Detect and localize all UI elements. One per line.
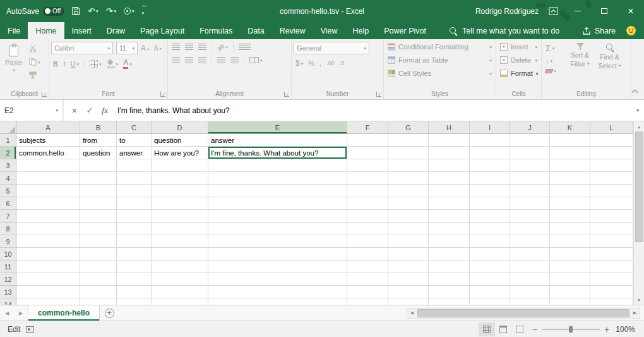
- cell-K6[interactable]: [550, 197, 590, 210]
- cell-E1[interactable]: answer: [208, 134, 347, 147]
- row-header-10[interactable]: 10: [0, 248, 16, 260]
- cell-B7[interactable]: [80, 210, 117, 223]
- tab-file[interactable]: File: [0, 22, 28, 39]
- align-left-button[interactable]: [170, 56, 182, 65]
- wrap-text-button[interactable]: [237, 42, 253, 52]
- find-select-button[interactable]: Find & Select: [595, 42, 624, 89]
- cell-I9[interactable]: [470, 235, 510, 248]
- cell-L12[interactable]: [590, 273, 633, 286]
- column-header-L[interactable]: L: [590, 121, 633, 134]
- clipboard-dialog-launcher[interactable]: [42, 92, 47, 97]
- cell-E11[interactable]: [208, 260, 347, 273]
- scroll-down-arrow[interactable]: [635, 295, 644, 304]
- cell-I12[interactable]: [470, 273, 510, 286]
- cell-B2[interactable]: question: [80, 147, 117, 159]
- scroll-left-arrow[interactable]: [407, 309, 417, 317]
- decrease-decimal-button[interactable]: .0: [338, 59, 347, 68]
- tab-power-pivot[interactable]: Power Pivot: [376, 22, 434, 39]
- cell-H9[interactable]: [429, 235, 470, 248]
- close-button[interactable]: [617, 0, 644, 22]
- cell-A5[interactable]: [16, 185, 80, 197]
- cell-A13[interactable]: [16, 286, 80, 298]
- cell-F6[interactable]: [347, 197, 388, 210]
- cell-F12[interactable]: [347, 273, 388, 286]
- cell-K14[interactable]: [550, 298, 590, 305]
- cell-J2[interactable]: [510, 147, 550, 159]
- row-header-9[interactable]: 9: [0, 235, 16, 248]
- cell-J12[interactable]: [510, 273, 550, 286]
- clear-button[interactable]: [544, 68, 565, 75]
- cell-L6[interactable]: [590, 197, 633, 210]
- zoom-out-button[interactable]: [528, 324, 542, 334]
- cell-E10[interactable]: [208, 248, 347, 260]
- cell-F11[interactable]: [347, 260, 388, 273]
- cell-A10[interactable]: [16, 248, 80, 260]
- increase-decimal-button[interactable]: .00: [325, 59, 337, 68]
- cell-G13[interactable]: [388, 286, 429, 298]
- row-header-7[interactable]: 7: [0, 210, 16, 223]
- cell-C2[interactable]: answer: [117, 147, 152, 159]
- bold-button[interactable]: B: [51, 59, 60, 69]
- cell-A2[interactable]: common.hello: [16, 147, 80, 159]
- cell-L10[interactable]: [590, 248, 633, 260]
- cell-G6[interactable]: [388, 197, 429, 210]
- insert-cells-button[interactable]: Insert: [498, 42, 539, 52]
- font-color-dropdown-arrow[interactable]: [129, 62, 132, 66]
- format-cells-button[interactable]: Format: [498, 68, 539, 78]
- cell-A7[interactable]: [16, 210, 80, 223]
- cell-H8[interactable]: [429, 223, 470, 235]
- cell-B13[interactable]: [80, 286, 117, 298]
- decrease-indent-button[interactable]: [215, 56, 227, 65]
- cell-H5[interactable]: [429, 185, 470, 197]
- cell-L11[interactable]: [590, 260, 633, 273]
- cell-E9[interactable]: [208, 235, 347, 248]
- cell-H4[interactable]: [429, 172, 470, 185]
- new-sheet-button[interactable]: [100, 305, 119, 321]
- cell-G9[interactable]: [388, 235, 429, 248]
- cell-F3[interactable]: [347, 159, 388, 172]
- tab-view[interactable]: View: [313, 22, 345, 39]
- cell-J5[interactable]: [510, 185, 550, 197]
- orientation-button[interactable]: [215, 42, 230, 52]
- fill-color-dropdown-arrow[interactable]: [116, 62, 119, 66]
- sort-filter-button[interactable]: Sort & Filter: [565, 42, 595, 89]
- formula-input[interactable]: I'm fine, thanks. What about you?: [112, 106, 631, 115]
- touch-mouse-mode-button[interactable]: [124, 8, 134, 15]
- borders-button[interactable]: [88, 59, 104, 70]
- copy-button[interactable]: [27, 57, 42, 67]
- cell-D4[interactable]: [152, 172, 208, 185]
- cell-B4[interactable]: [80, 172, 117, 185]
- column-header-G[interactable]: G: [388, 121, 429, 134]
- redo-dropdown-arrow[interactable]: [114, 9, 117, 13]
- column-header-A[interactable]: A: [16, 121, 80, 134]
- cell-G11[interactable]: [388, 260, 429, 273]
- cell-D2[interactable]: How are you?: [152, 147, 208, 159]
- vertical-scrollbar[interactable]: [633, 121, 644, 305]
- cell-styles-button[interactable]: Cell Styles: [386, 68, 494, 78]
- cell-K2[interactable]: [550, 147, 590, 159]
- feedback-smiley-button[interactable]: [622, 22, 644, 39]
- cell-F5[interactable]: [347, 185, 388, 197]
- redo-button[interactable]: [106, 6, 116, 16]
- cell-C6[interactable]: [117, 197, 152, 210]
- horizontal-scroll-thumb[interactable]: [417, 309, 629, 317]
- cell-A11[interactable]: [16, 260, 80, 273]
- cell-G10[interactable]: [388, 248, 429, 260]
- undo-button[interactable]: [88, 6, 98, 16]
- cell-A12[interactable]: [16, 273, 80, 286]
- cell-H11[interactable]: [429, 260, 470, 273]
- column-header-K[interactable]: K: [550, 121, 590, 134]
- cell-I7[interactable]: [470, 210, 510, 223]
- percent-style-button[interactable]: %: [306, 58, 316, 68]
- cell-A4[interactable]: [16, 172, 80, 185]
- cell-K5[interactable]: [550, 185, 590, 197]
- cell-C3[interactable]: [117, 159, 152, 172]
- underline-dropdown-arrow[interactable]: [77, 62, 80, 66]
- cell-J11[interactable]: [510, 260, 550, 273]
- cell-D14[interactable]: [152, 298, 208, 305]
- tab-formulas[interactable]: Formulas: [192, 22, 240, 39]
- sheet-nav-right-button[interactable]: ▶: [14, 305, 28, 321]
- cell-E14[interactable]: [208, 298, 347, 305]
- cell-H7[interactable]: [429, 210, 470, 223]
- autosave-toggle[interactable]: AutoSave Off: [6, 7, 64, 16]
